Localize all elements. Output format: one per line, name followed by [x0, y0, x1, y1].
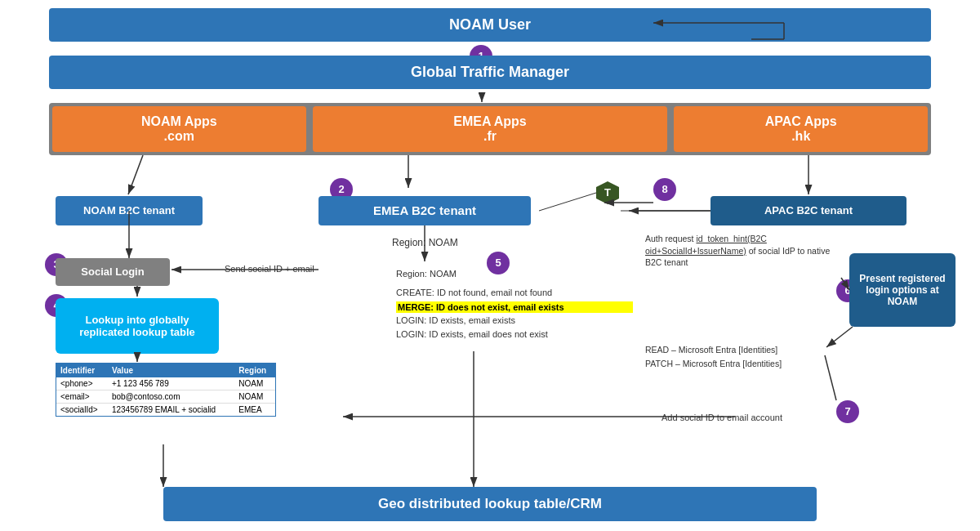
apac-b2c-tenant: APAC B2C tenant — [710, 196, 906, 225]
noam-user-box: NOAM User — [49, 8, 931, 42]
cell-region: NOAM — [234, 377, 275, 390]
svg-line-15 — [539, 193, 596, 211]
emea-steps: Region: NOAM — [392, 237, 621, 252]
apps-row: NOAM Apps.com EMEA Apps.fr APAC Apps.hk — [49, 103, 931, 155]
emea-step-lines: Region: NOAM CREATE: ID not found, email… — [396, 268, 633, 343]
col-region: Region — [234, 364, 275, 377]
table-row: <socialId> 123456789 EMAIL + socialid EM… — [56, 404, 275, 417]
lookup-table: Identifier Value Region <phone> +1 123 4… — [56, 363, 276, 417]
noam-b2c-tenant: NOAM B2C tenant — [56, 196, 203, 225]
step-create: CREATE: ID not found, email not found — [396, 287, 633, 299]
circle-7: 7 — [836, 400, 859, 423]
gtm-box: Global Traffic Manager — [49, 56, 931, 89]
social-login-box: Social Login — [56, 258, 170, 286]
region-label: Region: NOAM — [392, 237, 621, 248]
cell-identifier: <email> — [56, 390, 108, 404]
step-login2: LOGIN: ID exists, email does not exist — [396, 328, 633, 341]
present-box: Present registered login options at NOAM — [849, 253, 956, 327]
cell-value: 123456789 EMAIL + socialid — [108, 404, 234, 417]
cell-value: bob@contoso.com — [108, 390, 234, 404]
svg-line-18 — [825, 355, 836, 400]
table-row: <email> bob@contoso.com NOAM — [56, 390, 275, 404]
svg-line-17 — [826, 327, 853, 347]
col-value: Value — [108, 364, 234, 377]
step-login1: LOGIN: ID exists, email exists — [396, 315, 633, 327]
geo-box: Geo distributed lookup table/CRM — [163, 487, 817, 521]
emea-apps-box: EMEA Apps.fr — [313, 106, 668, 152]
noam-apps-box: NOAM Apps.com — [52, 106, 306, 152]
send-social-text: Send social ID + email — [225, 264, 314, 274]
cell-value: +1 123 456 789 — [108, 377, 234, 390]
read-patch-text: READ – Microsoft Entra [Identities] PATC… — [645, 343, 825, 371]
cell-identifier: <phone> — [56, 377, 108, 390]
step-merge: MERGE: ID does not exist, email exists — [396, 301, 633, 313]
lookup-box: Lookup into globally replicated lookup t… — [56, 298, 219, 354]
add-social-text: Add social ID to email account — [662, 413, 782, 422]
badge-t: T — [596, 181, 619, 204]
diagram: NOAM User 1 Global Traffic Manager NOAM … — [0, 0, 980, 531]
table-row: <phone> +1 123 456 789 NOAM — [56, 377, 275, 390]
apac-apps-box: APAC Apps.hk — [674, 106, 928, 152]
apac-auth-text: Auth request id_token_hint(B2C oid+Socia… — [645, 233, 841, 269]
step-region: Region: NOAM — [396, 268, 633, 280]
patch-text: PATCH – Microsoft Entra [Identities] — [645, 357, 825, 371]
cell-region: EMEA — [234, 404, 275, 417]
svg-line-21 — [128, 155, 143, 194]
cell-identifier: <socialId> — [56, 404, 108, 417]
col-identifier: Identifier — [56, 364, 108, 377]
read-text: READ – Microsoft Entra [Identities] — [645, 343, 825, 357]
cell-region: NOAM — [234, 390, 275, 404]
circle-8: 8 — [653, 178, 676, 201]
emea-b2c-tenant: EMEA B2C tenant — [318, 196, 531, 225]
